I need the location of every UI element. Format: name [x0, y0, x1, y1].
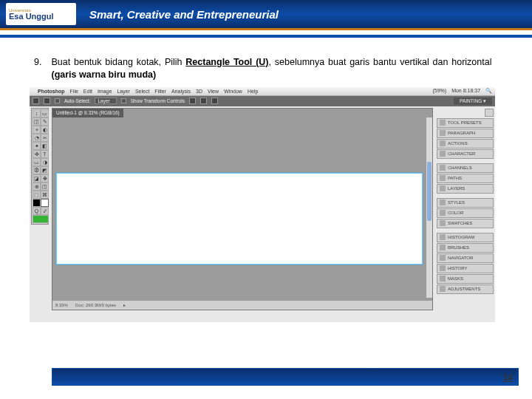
background-color[interactable]: [41, 199, 49, 207]
swatches-icon: [440, 220, 446, 226]
align-icon-1[interactable]: [189, 98, 196, 104]
auto-select-label: Auto-Select:: [64, 98, 90, 103]
document-tab[interactable]: Untitled-1 @ 8.33% (RGB/16): [52, 109, 123, 117]
app-name[interactable]: Photoshop: [38, 89, 65, 94]
header-accent-blue: [0, 35, 532, 38]
tagline: Smart, Creative and Entrepreneurial: [89, 8, 279, 21]
navigator-icon: [440, 255, 446, 261]
scrollbar-thumb[interactable]: [427, 162, 432, 221]
show-transform-label: Show Transform Controls: [131, 98, 185, 103]
zoom-level[interactable]: 8.33%: [55, 303, 68, 307]
channels-icon: [440, 165, 446, 171]
quickmask-tool[interactable]: Q: [33, 207, 41, 215]
menu-select[interactable]: Select: [135, 89, 149, 94]
menu-3d[interactable]: 3D: [196, 89, 202, 94]
panel-paragraph[interactable]: PARAGRAPH: [437, 129, 494, 138]
panel-character[interactable]: CHARACTER: [437, 149, 494, 159]
instruction-paragraph: 9. Buat bentuk bidang kotak, Pilih Recta…: [34, 56, 498, 81]
page-number: 14: [503, 372, 513, 383]
instruction-number: 9.: [34, 56, 49, 69]
lasso-tool[interactable]: ◫: [33, 117, 41, 126]
gradient-tool[interactable]: T: [41, 150, 49, 158]
panel-paths[interactable]: PATHS: [437, 174, 494, 183]
dodge-tool[interactable]: ◑: [41, 158, 49, 166]
canvas-area[interactable]: [52, 117, 426, 298]
color-icon: [440, 210, 446, 216]
battery-pct: (59%): [432, 88, 446, 93]
mac-menubar: Photoshop File Edit Image Layer Select F…: [30, 87, 495, 96]
menu-filter[interactable]: Filter: [154, 89, 166, 94]
menu-layer[interactable]: Layer: [117, 89, 130, 94]
spotlight-icon[interactable]: 🔍: [485, 88, 492, 93]
toolpresets-icon: [440, 120, 446, 126]
tools-palette: ↕ ▭ ◫ ✎ ⌖ ◐ ◔ ✂ ✦ ◧ ✜ T ▭ ◑ ⦿ ◩ ◪ ✥ ⊕ ◫ …: [31, 108, 49, 225]
eyedropper-tool[interactable]: ◐: [41, 126, 49, 134]
rotate-tool[interactable]: ⌘: [41, 191, 49, 199]
path-tool[interactable]: ◪: [33, 174, 41, 183]
panel-channels[interactable]: CHANNELS: [437, 163, 494, 173]
panel-adjustments[interactable]: ADJUSTMENTS: [437, 284, 494, 294]
3d-tool[interactable]: ⊕: [33, 183, 41, 191]
heal-tool[interactable]: ◔: [33, 134, 41, 142]
panel-color[interactable]: COLOR: [437, 208, 494, 218]
panel-masks[interactable]: MASKS: [437, 274, 494, 284]
collapse-icon[interactable]: [485, 109, 494, 117]
rectangle-tool[interactable]: ✥: [41, 174, 49, 183]
menu-image[interactable]: Image: [98, 89, 112, 94]
photoshop-screenshot: Photoshop File Edit Image Layer Select F…: [30, 87, 495, 322]
menu-file[interactable]: File: [70, 89, 78, 94]
panel-history[interactable]: HISTORY: [437, 264, 494, 273]
adjustments-icon: [440, 286, 446, 292]
crop-tool[interactable]: ⌖: [33, 126, 41, 134]
type-tool[interactable]: ◩: [41, 166, 49, 174]
panel-layers[interactable]: LAYERS: [437, 184, 494, 194]
menu-analysis[interactable]: Analysis: [171, 89, 191, 94]
eraser-tool[interactable]: ✜: [33, 150, 41, 158]
layer-dropdown[interactable]: Layer: [95, 98, 116, 104]
brush-tool[interactable]: ✂: [41, 134, 49, 142]
history-icon: [440, 265, 446, 271]
panel-brushes[interactable]: BRUSHES: [437, 243, 494, 253]
pen-tool[interactable]: ⦿: [33, 166, 41, 174]
panel-histogram[interactable]: HISTOGRAM: [437, 233, 494, 242]
extra-swatch[interactable]: [33, 215, 49, 223]
panel-styles[interactable]: STYLES: [437, 198, 494, 208]
menu-edit[interactable]: Edit: [83, 89, 92, 94]
panel-tool-presets[interactable]: TOOL PRESETS: [437, 118, 494, 128]
zoom-tool[interactable]: ⬚: [33, 191, 41, 199]
brushes-icon: [440, 245, 446, 250]
actions-icon: [440, 140, 446, 146]
panel-actions[interactable]: ACTIONS: [437, 139, 494, 149]
ps-icon[interactable]: [33, 98, 39, 104]
menu-view[interactable]: View: [208, 89, 219, 94]
screenmode-tool[interactable]: ⤢: [41, 207, 49, 215]
align-icon-3[interactable]: [211, 98, 218, 104]
stamp-tool[interactable]: ✦: [33, 142, 41, 150]
vertical-scrollbar[interactable]: [426, 117, 432, 298]
workspace-menu[interactable]: PAINTING ▾: [454, 98, 492, 105]
logo: Universitas Esa Unggul: [6, 3, 76, 25]
tool-name: Rectangle Tool (U): [185, 57, 268, 67]
panel-navigator[interactable]: NAVIGATOR: [437, 253, 494, 263]
document-window: Untitled-1 @ 8.33% (RGB/16) 8.33% Doc: 2…: [52, 108, 433, 310]
menu-window[interactable]: Window: [224, 89, 242, 94]
styles-icon: [440, 200, 446, 205]
foreground-color[interactable]: [33, 199, 41, 207]
wand-tool[interactable]: ✎: [41, 117, 49, 126]
logo-name: Esa Unggul: [9, 13, 73, 21]
transform-checkbox[interactable]: [121, 98, 126, 103]
history-brush-tool[interactable]: ◧: [41, 142, 49, 150]
hand-tool[interactable]: ◫: [41, 183, 49, 191]
auto-select-checkbox[interactable]: [55, 98, 60, 103]
artboard[interactable]: [56, 173, 423, 265]
align-icon-2[interactable]: [200, 98, 207, 104]
marquee-tool[interactable]: ▭: [41, 109, 49, 117]
move-tool-icon[interactable]: [44, 98, 50, 104]
menu-help[interactable]: Help: [248, 89, 258, 94]
panel-swatches[interactable]: SWATCHES: [437, 219, 494, 228]
character-icon: [440, 151, 446, 157]
move-tool[interactable]: ↕: [33, 109, 41, 117]
status-chevron-icon[interactable]: ▸: [123, 302, 126, 307]
paragraph-icon: [440, 130, 446, 136]
blur-tool[interactable]: ▭: [33, 158, 41, 166]
